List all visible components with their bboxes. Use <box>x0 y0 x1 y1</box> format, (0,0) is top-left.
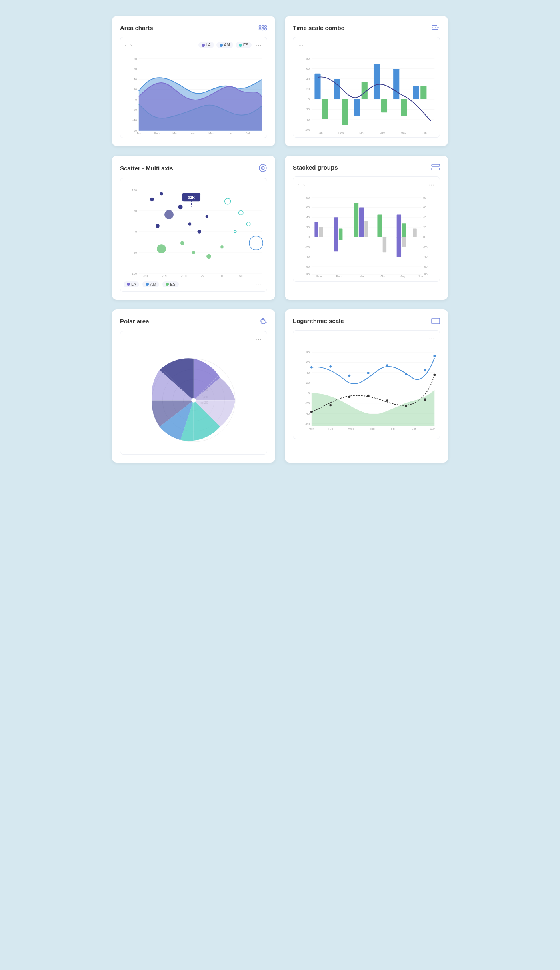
svg-point-203 <box>405 373 407 375</box>
svg-rect-49 <box>334 79 340 99</box>
scatter-legend-la[interactable]: LA <box>124 281 139 287</box>
svg-text:40: 40 <box>134 78 137 81</box>
svg-text:20: 20 <box>134 88 137 91</box>
logarithmic-title: Logarithmic scale <box>293 317 344 324</box>
area-charts-title: Area charts <box>120 24 153 31</box>
svg-point-99 <box>246 222 250 226</box>
svg-text:80: 80 <box>134 57 137 61</box>
svg-rect-107 <box>432 164 440 166</box>
svg-text:60: 60 <box>306 67 310 70</box>
svg-text:Jun: Jun <box>227 132 232 134</box>
svg-point-191 <box>329 404 332 406</box>
svg-text:0: 0 <box>308 235 310 239</box>
svg-point-5 <box>265 28 267 30</box>
svg-rect-53 <box>413 86 419 99</box>
svg-rect-145 <box>383 237 386 252</box>
svg-point-106 <box>220 245 224 249</box>
scatter-header: Scatter - Multi axis <box>120 164 267 172</box>
svg-text:50: 50 <box>134 209 137 213</box>
svg-text:-60: -60 <box>305 265 310 269</box>
svg-text:Apr: Apr <box>191 132 196 134</box>
svg-text:40: 40 <box>423 216 426 219</box>
svg-rect-150 <box>413 229 416 237</box>
svg-point-90 <box>178 205 182 209</box>
area-charts-toolbar: ‹ › LA AM ES ··· <box>124 41 264 49</box>
svg-point-1 <box>262 26 264 28</box>
svg-text:Mar: Mar <box>359 131 364 134</box>
svg-text:Apr: Apr <box>380 131 385 134</box>
logarithmic-icon[interactable] <box>431 317 440 325</box>
svg-point-93 <box>206 215 208 218</box>
legend-es[interactable]: ES <box>236 42 252 48</box>
area-charts-card: Area charts ‹ › LA AM <box>112 16 275 146</box>
svg-text:Jun: Jun <box>422 131 427 134</box>
svg-text:Jun: Jun <box>418 275 423 278</box>
svg-text:Jan: Jan <box>136 132 141 134</box>
svg-text:Mar: Mar <box>360 275 365 278</box>
area-legend: LA AM ES ··· <box>198 41 264 49</box>
svg-rect-142 <box>359 208 364 237</box>
svg-text:80: 80 <box>306 350 310 354</box>
polar-icon[interactable] <box>259 317 267 325</box>
svg-text:May: May <box>208 132 214 134</box>
prev-arrow[interactable]: ‹ <box>124 42 128 48</box>
svg-rect-143 <box>364 221 368 237</box>
svg-point-88 <box>164 210 174 219</box>
area-chart-svg: 80 60 40 20 0 -20 -40 -60 Jan Feb <box>124 51 264 134</box>
svg-rect-139 <box>334 237 338 251</box>
next-arrow[interactable]: › <box>129 42 133 48</box>
stacked-prev[interactable]: ‹ <box>296 182 300 188</box>
stacked-more-btn[interactable]: ··· <box>427 181 436 188</box>
stacked-next[interactable]: › <box>302 182 306 188</box>
scatter-icon[interactable] <box>258 164 267 172</box>
svg-rect-137 <box>319 227 323 237</box>
scatter-more-btn[interactable]: ··· <box>254 281 264 288</box>
svg-text:Feb: Feb <box>338 131 344 134</box>
area-charts-chart-area: ‹ › LA AM ES ··· <box>120 37 267 138</box>
svg-text:Tue: Tue <box>328 427 333 430</box>
svg-text:-40: -40 <box>305 412 310 415</box>
svg-point-193 <box>367 394 370 397</box>
svg-point-195 <box>405 405 407 407</box>
svg-point-104 <box>192 251 195 254</box>
svg-text:Fri: Fri <box>391 427 395 430</box>
svg-text:60: 60 <box>306 206 310 210</box>
svg-point-190 <box>310 411 313 413</box>
scatter-legend-am[interactable]: AM <box>142 281 159 287</box>
svg-text:-150: -150 <box>162 275 168 277</box>
polar-more-btn[interactable]: ··· <box>254 335 264 343</box>
logarithmic-more-btn[interactable]: ··· <box>427 335 436 342</box>
svg-text:-40: -40 <box>423 255 428 259</box>
svg-point-2 <box>265 26 267 28</box>
svg-rect-144 <box>377 215 382 237</box>
svg-point-105 <box>206 254 211 259</box>
legend-la[interactable]: LA <box>198 42 214 48</box>
svg-text:0: 0 <box>221 275 223 277</box>
svg-rect-59 <box>420 86 426 99</box>
svg-point-103 <box>180 241 184 245</box>
more-button[interactable]: ··· <box>254 41 264 49</box>
scatter-legend-es[interactable]: ES <box>162 281 178 287</box>
svg-text:-50: -50 <box>201 275 205 277</box>
stacked-chart-svg: 80 60 40 20 0 -20 -40 -60 -80 80 60 40 2… <box>296 191 436 278</box>
timescale-header: Time scale combo <box>293 24 440 31</box>
svg-text:0: 0 <box>135 98 137 102</box>
svg-text:80: 80 <box>423 196 426 200</box>
legend-es-label: ES <box>243 43 248 47</box>
svg-text:60: 60 <box>134 67 137 71</box>
dashboard-grid: Area charts ‹ › LA AM <box>112 16 448 463</box>
polar-title: Polar area <box>120 318 149 325</box>
logarithmic-chart-area: ··· 80 60 40 20 0 -20 -40 -60 <box>293 330 440 439</box>
svg-rect-54 <box>322 99 328 119</box>
svg-text:-20: -20 <box>132 108 137 112</box>
scatter-la-label: LA <box>131 282 136 287</box>
stacked-icon[interactable] <box>431 164 440 171</box>
svg-point-201 <box>367 372 370 374</box>
legend-am[interactable]: AM <box>216 42 233 48</box>
timescale-more-btn[interactable]: ··· <box>296 41 306 49</box>
svg-point-4 <box>262 28 264 30</box>
svg-rect-58 <box>401 99 407 116</box>
scatter-am-label: AM <box>150 282 156 287</box>
timescale-icon[interactable] <box>432 24 440 31</box>
area-charts-icon[interactable] <box>258 24 267 31</box>
